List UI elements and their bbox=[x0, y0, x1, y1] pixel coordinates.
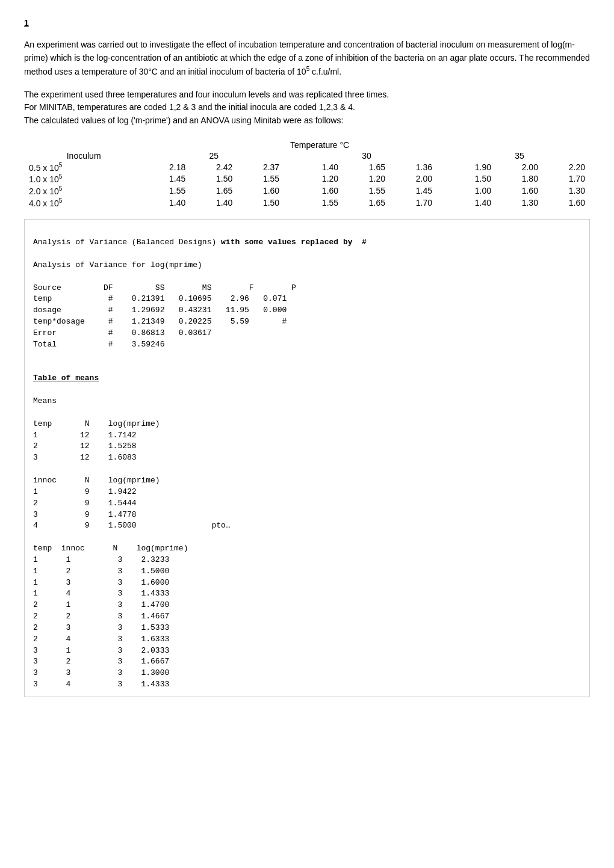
cell-value: 1.55 bbox=[143, 185, 190, 197]
cell-value: 1.40 bbox=[449, 197, 496, 209]
table-row: 2.0 x 105 1.55 1.65 1.60 1.60 1.55 1.45 … bbox=[24, 185, 590, 197]
temperature-data-table: Temperature °C Inoculum 25 30 35 0.5 x 1… bbox=[24, 140, 590, 209]
intro-paragraph-1: An experiment was carried out to investi… bbox=[24, 38, 590, 79]
cell-value: 1.55 bbox=[237, 173, 284, 185]
cell-value: 1.65 bbox=[190, 185, 237, 197]
cell-value: 1.70 bbox=[390, 197, 437, 209]
cell-value: 1.00 bbox=[449, 185, 496, 197]
cell-value: 2.00 bbox=[496, 161, 543, 173]
cell-value: 1.90 bbox=[449, 161, 496, 173]
cell-value: 1.70 bbox=[543, 173, 590, 185]
cell-value: 2.42 bbox=[190, 161, 237, 173]
table-row: 0.5 x 105 2.18 2.42 2.37 1.40 1.65 1.36 … bbox=[24, 161, 590, 173]
inoculum-value: 4.0 x 105 bbox=[24, 197, 143, 209]
temp-25-header: 25 bbox=[143, 150, 284, 161]
cell-value: 1.50 bbox=[237, 197, 284, 209]
cell-value: 1.60 bbox=[496, 185, 543, 197]
cell-value: 2.18 bbox=[143, 161, 190, 173]
cell-value: 1.45 bbox=[390, 185, 437, 197]
cell-value: 1.50 bbox=[190, 173, 237, 185]
inoculum-value: 1.0 x 105 bbox=[24, 173, 143, 185]
inoculum-value: 0.5 x 105 bbox=[24, 161, 143, 173]
cell-value: 1.45 bbox=[143, 173, 190, 185]
cell-value: 1.36 bbox=[390, 161, 437, 173]
cell-value: 2.00 bbox=[390, 173, 437, 185]
cell-value: 1.50 bbox=[449, 173, 496, 185]
inoculum-label: Inoculum bbox=[24, 150, 143, 161]
cell-value: 1.30 bbox=[496, 197, 543, 209]
page-number: 1 bbox=[24, 18, 590, 28]
intro-paragraph-2: The experiment used three temperatures a… bbox=[24, 88, 590, 128]
cell-value: 1.20 bbox=[343, 173, 390, 185]
cell-value: 1.55 bbox=[296, 197, 343, 209]
anova-title-line: Analysis of Variance (Balanced Designs) … bbox=[33, 238, 367, 689]
cell-value: 1.55 bbox=[343, 185, 390, 197]
cell-value: 1.40 bbox=[296, 161, 343, 173]
cell-value: 1.65 bbox=[343, 161, 390, 173]
cell-value: 1.65 bbox=[343, 197, 390, 209]
temp-30-header: 30 bbox=[296, 150, 437, 161]
cell-value: 1.30 bbox=[543, 185, 590, 197]
cell-value: 1.60 bbox=[543, 197, 590, 209]
cell-value: 1.40 bbox=[143, 197, 190, 209]
cell-value: 1.60 bbox=[237, 185, 284, 197]
cell-value: 1.20 bbox=[296, 173, 343, 185]
inoculum-value: 2.0 x 105 bbox=[24, 185, 143, 197]
temp-35-header: 35 bbox=[449, 150, 590, 161]
cell-value: 1.80 bbox=[496, 173, 543, 185]
anova-output: Analysis of Variance (Balanced Designs) … bbox=[24, 219, 590, 697]
cell-value: 2.20 bbox=[543, 161, 590, 173]
cell-value: 1.40 bbox=[190, 197, 237, 209]
temperature-header: Temperature °C bbox=[143, 140, 496, 150]
inoculum-header bbox=[24, 140, 143, 150]
cell-value: 2.37 bbox=[237, 161, 284, 173]
table-row: 1.0 x 105 1.45 1.50 1.55 1.20 1.20 2.00 … bbox=[24, 173, 590, 185]
table-row: 4.0 x 105 1.40 1.40 1.50 1.55 1.65 1.70 … bbox=[24, 197, 590, 209]
cell-value: 1.60 bbox=[296, 185, 343, 197]
